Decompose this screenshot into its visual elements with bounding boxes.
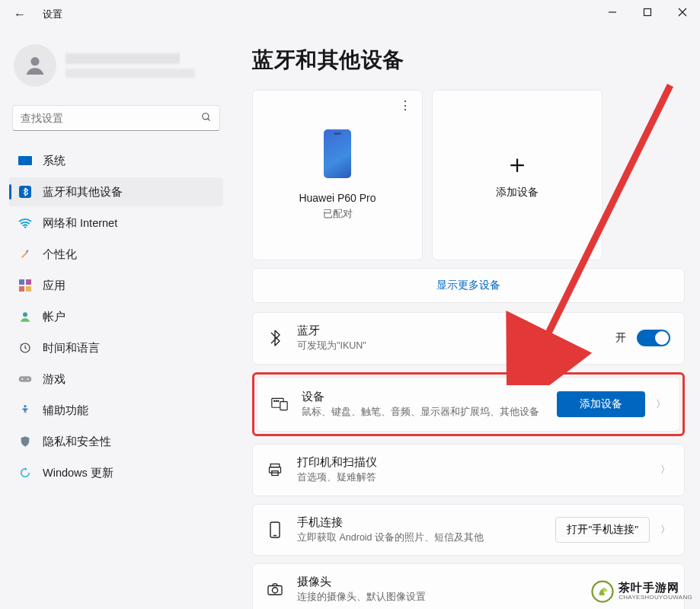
- sidebar-label: 时间和语言: [43, 341, 100, 356]
- system-icon: [18, 154, 32, 167]
- show-more-label: 显示更多设备: [436, 279, 500, 292]
- search-icon: [201, 112, 212, 125]
- user-profile[interactable]: [9, 38, 223, 100]
- sidebar-label: 游戏: [43, 372, 66, 387]
- svg-rect-11: [19, 279, 24, 285]
- svg-point-15: [23, 312, 27, 317]
- search-input[interactable]: [21, 112, 201, 124]
- sidebar-item-accessibility[interactable]: 辅助功能: [9, 396, 223, 425]
- sidebar-label: 蓝牙和其他设备: [43, 185, 123, 199]
- sidebar-label: 系统: [43, 154, 66, 168]
- svg-point-24: [276, 400, 276, 401]
- printer-icon: [267, 462, 283, 477]
- sidebar-label: 隐私和安全性: [43, 435, 111, 449]
- sidebar-item-update[interactable]: Windows 更新: [9, 458, 223, 487]
- minimize-button[interactable]: [595, 0, 630, 24]
- svg-point-4: [30, 57, 39, 65]
- sidebar-item-system[interactable]: 系统: [9, 146, 223, 175]
- bluetooth-toggle-label: 开: [615, 331, 626, 345]
- watermark: 茶叶手游网CHAYESHOUYOUWANG: [591, 580, 692, 603]
- svg-point-19: [27, 378, 29, 380]
- printers-row[interactable]: 打印机和扫描仪 首选项、疑难解答 〉: [252, 444, 685, 496]
- phone-icon: [324, 129, 351, 178]
- chevron-right-icon: 〉: [656, 397, 666, 411]
- sidebar-label: 网络和 Internet: [43, 216, 117, 231]
- svg-rect-27: [270, 467, 281, 473]
- back-button[interactable]: ←: [6, 8, 34, 21]
- bluetooth-toggle[interactable]: [637, 330, 670, 346]
- phone-icon: [267, 521, 283, 538]
- avatar: [14, 44, 56, 87]
- phone-link-row[interactable]: 手机连接 立即获取 Android 设备的照片、短信及其他 打开"手机连接" 〉: [252, 504, 685, 556]
- printers-sub: 首选项、疑难解答: [297, 471, 647, 485]
- brush-icon: [18, 247, 32, 261]
- bluetooth-row[interactable]: 蓝牙 可发现为"IKUN" 开: [252, 312, 685, 365]
- search-box[interactable]: [12, 105, 220, 131]
- sidebar-item-time[interactable]: 时间和语言: [9, 333, 223, 362]
- show-more-devices[interactable]: 显示更多设备: [252, 268, 685, 303]
- accessibility-icon: [18, 403, 32, 417]
- add-device-label: 添加设备: [496, 186, 539, 199]
- svg-rect-22: [280, 401, 287, 410]
- svg-point-20: [24, 405, 26, 407]
- devices-sub: 鼠标、键盘、触笔、音频、显示器和扩展坞、其他设备: [302, 406, 543, 419]
- page-title: 蓝牙和其他设备: [252, 46, 685, 75]
- svg-point-23: [274, 400, 275, 401]
- phone-link-title: 手机连接: [297, 515, 542, 530]
- chevron-right-icon: 〉: [660, 523, 670, 537]
- watermark-en: CHAYESHOUYOUWANG: [618, 595, 692, 601]
- sidebar-label: 应用: [43, 279, 66, 293]
- device-name: Huawei P60 Pro: [299, 192, 376, 204]
- sidebar-item-gaming[interactable]: 游戏: [9, 365, 223, 394]
- svg-point-25: [278, 400, 279, 401]
- svg-rect-12: [26, 279, 31, 285]
- bluetooth-sub: 可发现为"IKUN": [297, 340, 602, 353]
- apps-icon: [18, 279, 32, 292]
- add-device-button[interactable]: 添加设备: [557, 391, 645, 417]
- printers-title: 打印机和扫描仪: [297, 455, 647, 470]
- profile-text: [66, 53, 195, 78]
- devices-title: 设备: [302, 390, 543, 404]
- camera-icon: [267, 582, 283, 596]
- bluetooth-row-icon: [267, 330, 283, 346]
- svg-point-9: [24, 226, 26, 228]
- close-button[interactable]: [665, 0, 700, 24]
- devices-row[interactable]: 设备 鼠标、键盘、触笔、音频、显示器和扩展坞、其他设备 添加设备 〉: [257, 377, 680, 432]
- device-status: 已配对: [323, 207, 353, 221]
- sidebar-nav: 系统 蓝牙和其他设备 网络和 Internet 个性化 应用 帐户 时间和语言 …: [9, 146, 223, 487]
- svg-rect-17: [19, 376, 32, 382]
- bluetooth-icon: [18, 185, 32, 199]
- shield-icon: [18, 435, 32, 448]
- sidebar-item-personalization[interactable]: 个性化: [9, 240, 223, 269]
- watermark-cn: 茶叶手游网: [618, 582, 692, 595]
- watermark-logo: [591, 580, 614, 603]
- highlight-annotation: 设备 鼠标、键盘、触笔、音频、显示器和扩展坞、其他设备 添加设备 〉: [252, 372, 685, 437]
- bluetooth-title: 蓝牙: [297, 324, 602, 338]
- chevron-right-icon: 〉: [660, 463, 670, 477]
- svg-rect-13: [19, 286, 24, 292]
- sidebar: 系统 蓝牙和其他设备 网络和 Internet 个性化 应用 帐户 时间和语言 …: [0, 29, 232, 609]
- phone-link-sub: 立即获取 Android 设备的照片、短信及其他: [297, 531, 542, 545]
- window-controls: [595, 0, 700, 24]
- sidebar-item-apps[interactable]: 应用: [9, 271, 223, 300]
- sidebar-item-accounts[interactable]: 帐户: [9, 302, 223, 331]
- device-cards: ⋮ Huawei P60 Pro 已配对 ＋ 添加设备: [252, 90, 685, 260]
- svg-line-6: [208, 118, 210, 120]
- paired-device-card[interactable]: ⋮ Huawei P60 Pro 已配对: [252, 90, 423, 260]
- more-icon[interactable]: ⋮: [399, 98, 411, 113]
- sidebar-item-network[interactable]: 网络和 Internet: [9, 209, 223, 238]
- update-icon: [18, 466, 32, 480]
- sidebar-label: 辅助功能: [43, 403, 88, 418]
- sidebar-item-bluetooth[interactable]: 蓝牙和其他设备: [9, 177, 223, 206]
- clock-icon: [18, 341, 32, 355]
- main-content: 蓝牙和其他设备 ⋮ Huawei P60 Pro 已配对 ＋ 添加设备 显示更多…: [232, 29, 700, 609]
- maximize-button[interactable]: [630, 0, 665, 24]
- plus-icon: ＋: [504, 151, 530, 177]
- svg-point-32: [272, 588, 277, 593]
- sidebar-item-privacy[interactable]: 隐私和安全性: [9, 427, 223, 456]
- sidebar-label: 个性化: [43, 247, 77, 262]
- add-device-card[interactable]: ＋ 添加设备: [432, 90, 603, 260]
- sidebar-label: 帐户: [43, 310, 66, 324]
- open-phone-link-button[interactable]: 打开"手机连接": [555, 517, 650, 543]
- svg-point-5: [203, 113, 209, 119]
